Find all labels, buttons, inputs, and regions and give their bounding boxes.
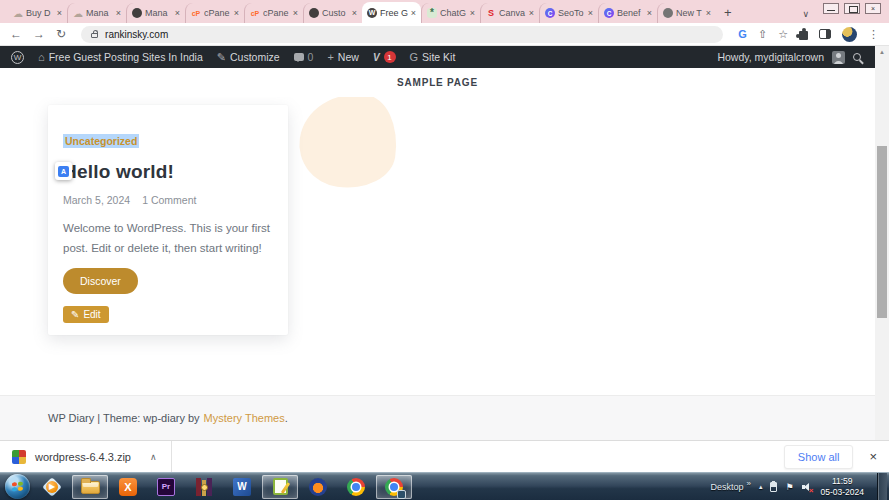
comments-menu[interactable]: 0 bbox=[287, 46, 321, 68]
wp-logo-menu[interactable]: W bbox=[4, 46, 31, 68]
scrollbar-thumb[interactable] bbox=[877, 146, 887, 318]
download-divider bbox=[171, 441, 172, 472]
google-lens-icon[interactable]: G bbox=[738, 28, 747, 40]
howdy-label: Howdy, mydigitalcrown bbox=[717, 51, 824, 63]
tab-search-chevron-icon[interactable]: ∨ bbox=[802, 9, 809, 23]
notepad-plus-plus-icon bbox=[273, 478, 288, 495]
taskbar-explorer-button[interactable] bbox=[72, 475, 108, 499]
show-all-button[interactable]: Show all bbox=[784, 445, 854, 469]
site-name-menu[interactable]: ⌂ Free Guest Posting Sites In India bbox=[31, 46, 210, 68]
taskbar-chrome-button[interactable] bbox=[338, 475, 374, 499]
page-scrollbar[interactable]: ▲ bbox=[875, 46, 889, 440]
volume-muted-icon[interactable] bbox=[802, 482, 813, 492]
taskbar-word-button[interactable]: W bbox=[224, 475, 260, 499]
decorative-blob bbox=[294, 87, 403, 195]
tab-title: cPane bbox=[263, 8, 290, 18]
close-window-button[interactable]: × bbox=[865, 3, 881, 14]
tab-close-icon[interactable]: × bbox=[57, 8, 62, 18]
taskbar-xampp-button[interactable]: X bbox=[110, 475, 146, 499]
customize-menu[interactable]: ✎ Customize bbox=[210, 46, 287, 68]
tab-close-icon[interactable]: × bbox=[588, 8, 593, 18]
reload-icon[interactable]: ↻ bbox=[56, 28, 66, 40]
profile-avatar[interactable] bbox=[842, 27, 857, 42]
cloud-favicon-icon: ☁ bbox=[73, 8, 83, 18]
updates-menu[interactable]: V 1 bbox=[366, 46, 403, 68]
browser-menu-icon[interactable]: ⋮ bbox=[868, 28, 879, 41]
forward-icon[interactable]: → bbox=[33, 28, 45, 40]
download-expand-icon[interactable]: ∧ bbox=[150, 452, 157, 462]
tab-close-icon[interactable]: × bbox=[116, 8, 121, 18]
tab-close-icon[interactable]: × bbox=[706, 8, 711, 18]
admin-bar-account[interactable]: Howdy, mydigitalcrown bbox=[717, 51, 871, 64]
nav-sample-page[interactable]: SAMPLE PAGE bbox=[397, 77, 478, 88]
show-desktop-button[interactable] bbox=[877, 473, 887, 500]
site-kit-menu[interactable]: G Site Kit bbox=[403, 46, 463, 68]
tab-close-icon[interactable]: × bbox=[175, 8, 180, 18]
tab-close-icon[interactable]: × bbox=[529, 8, 534, 18]
tab-close-icon[interactable]: × bbox=[234, 8, 239, 18]
tab-cpanel-1[interactable]: cP cPane × bbox=[185, 3, 244, 23]
tab-manage-1[interactable]: ☁ Mana × bbox=[67, 3, 126, 23]
tab-title: Free G bbox=[380, 8, 408, 18]
tab-benefits[interactable]: C Benef × bbox=[598, 3, 657, 23]
post-category-link[interactable]: Uncategorized bbox=[63, 134, 139, 148]
taskbar-chrome-active-button[interactable] bbox=[376, 475, 412, 499]
tab-free-guest-posting-active[interactable]: W Free G × bbox=[362, 2, 421, 23]
edit-button[interactable]: ✎ Edit bbox=[63, 306, 109, 323]
new-tab-button[interactable]: + bbox=[724, 5, 732, 23]
post-comments-link[interactable]: 1 Comment bbox=[142, 194, 196, 206]
post-title-link[interactable]: Hello world! bbox=[63, 161, 273, 183]
share-icon[interactable]: ⇧ bbox=[758, 28, 767, 41]
back-icon[interactable]: ← bbox=[10, 28, 22, 40]
restore-button[interactable] bbox=[844, 3, 860, 14]
tray-hidden-icons-arrow[interactable]: ▴ bbox=[759, 483, 763, 491]
google-translate-icon[interactable]: A bbox=[58, 166, 69, 177]
browser-toolbar: ← → ↻ rankinsky.com G ⇧ ☆ ⋮ bbox=[0, 23, 889, 46]
taskbar-audacity-button[interactable] bbox=[300, 475, 336, 499]
tab-cpanel-2[interactable]: cP cPane × bbox=[244, 3, 303, 23]
site-name-label: Free Guest Posting Sites In India bbox=[49, 51, 203, 63]
minimize-button[interactable] bbox=[823, 3, 839, 14]
lock-icon[interactable] bbox=[91, 33, 98, 38]
url-text[interactable]: rankinsky.com bbox=[105, 29, 168, 40]
globe-favicon-icon bbox=[132, 8, 142, 18]
tab-seo-tools[interactable]: C SeoTo × bbox=[539, 3, 598, 23]
new-content-menu[interactable]: + New bbox=[320, 46, 365, 68]
tab-customer[interactable]: Custo × bbox=[303, 3, 362, 23]
taskbar-media-player-button[interactable]: ▶ bbox=[34, 475, 70, 499]
taskbar-winrar-button[interactable] bbox=[186, 475, 222, 499]
tab-close-icon[interactable]: × bbox=[470, 8, 475, 18]
discover-button[interactable]: Discover bbox=[63, 268, 138, 294]
taskbar-clock[interactable]: 11:59 05-03-2024 bbox=[821, 476, 864, 497]
tab-close-icon[interactable]: × bbox=[352, 8, 357, 18]
action-center-flag-icon[interactable]: ⚑ bbox=[785, 482, 793, 492]
google-translate-popup[interactable]: A bbox=[55, 162, 72, 180]
battery-icon[interactable] bbox=[770, 482, 777, 492]
tab-manage-2[interactable]: Mana × bbox=[126, 3, 185, 23]
bookmark-star-icon[interactable]: ☆ bbox=[778, 28, 788, 41]
desktop-chevrons-icon[interactable]: » bbox=[746, 479, 750, 489]
tab-close-icon[interactable]: × bbox=[647, 8, 652, 18]
tab-close-icon[interactable]: × bbox=[293, 8, 298, 18]
mystery-themes-link[interactable]: Mystery Themes bbox=[204, 412, 285, 424]
tab-title: Mana bbox=[145, 8, 172, 18]
wp-admin-bar: W ⌂ Free Guest Posting Sites In India ✎ … bbox=[0, 46, 875, 68]
start-button[interactable] bbox=[5, 474, 30, 499]
side-panel-icon[interactable] bbox=[819, 29, 831, 39]
tab-new-tab[interactable]: New T × bbox=[657, 3, 716, 23]
address-bar[interactable]: rankinsky.com bbox=[81, 26, 723, 43]
tab-canva[interactable]: S Canva × bbox=[480, 3, 539, 23]
tab-close-icon[interactable]: × bbox=[411, 8, 416, 18]
download-item[interactable]: wordpress-6.4.3.zip ∧ bbox=[12, 441, 171, 472]
plus-icon: + bbox=[327, 51, 333, 63]
search-icon[interactable] bbox=[853, 53, 861, 61]
zip-file-icon bbox=[12, 450, 26, 464]
tab-buy-domain[interactable]: ☁ Buy D × bbox=[8, 3, 67, 23]
scroll-up-arrow-icon[interactable]: ▲ bbox=[875, 46, 889, 55]
taskbar-notepad-button[interactable] bbox=[262, 475, 298, 499]
desktop-toolbar[interactable]: Desktop » bbox=[710, 482, 750, 492]
taskbar-premiere-button[interactable]: Pr bbox=[148, 475, 184, 499]
extensions-puzzle-icon[interactable] bbox=[799, 31, 808, 40]
download-bar-close-icon[interactable]: × bbox=[869, 449, 877, 464]
tab-chatgpt[interactable]: * ChatG × bbox=[421, 3, 480, 23]
